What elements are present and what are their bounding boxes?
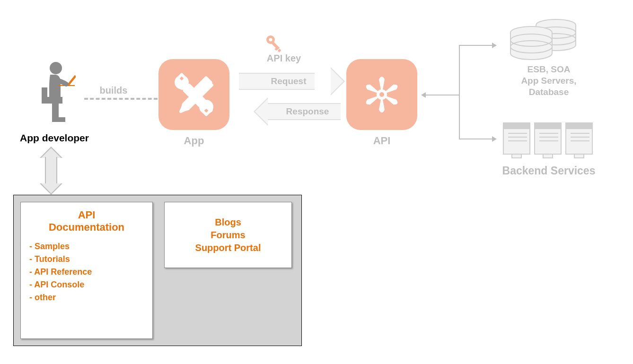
developer-icon [28,61,76,123]
arrowhead-to-servers [492,136,497,142]
list-item: - other [29,291,144,304]
api-icon [346,59,417,130]
request-arrow: Request [239,70,334,93]
backend-connector-top [459,45,492,46]
api-documentation-card: API Documentation - Samples - Tutorials … [20,202,153,339]
key-icon [265,34,284,55]
api-key-label: API key [255,53,312,64]
svg-point-0 [50,62,62,74]
arrowhead-to-db [492,43,497,48]
app-icon [158,59,229,130]
svg-rect-39 [566,123,592,129]
request-label: Request [266,76,307,87]
list-item: - Samples [29,240,144,253]
documentation-panel: API Documentation - Samples - Tutorials … [13,195,302,346]
response-arrow: Response [251,100,345,123]
svg-point-12 [269,38,273,42]
community-line: Support Portal [195,242,261,254]
community-card: Blogs Forums Support Portal [164,202,292,268]
svg-rect-31 [512,154,521,158]
app-label: App [158,135,229,147]
backend-title: Backend Services [483,165,615,177]
svg-rect-43 [574,154,584,158]
svg-rect-8 [202,107,211,115]
svg-rect-33 [535,123,561,129]
list-item: - Tutorials [29,253,144,266]
community-line: Blogs [195,216,261,229]
backend-connector-vert [459,45,460,139]
api-doc-title: API Documentation [29,209,144,234]
api-label: API [346,135,417,147]
svg-rect-4 [52,117,65,122]
svg-rect-2 [42,87,47,104]
dev-docs-connector [43,147,60,194]
backend-connector-bottom [459,139,492,139]
community-line: Forums [195,229,261,242]
arrowhead-to-api [421,92,426,98]
backend-top-label: ESB, SOA App Servers, Database [501,64,596,97]
builds-label: builds [95,85,132,96]
api-doc-list: - Samples - Tutorials - API Reference - … [29,240,144,304]
builds-connector [84,98,158,100]
backend-connector-to-api [426,95,460,95]
svg-rect-37 [543,154,553,158]
database-icon [504,17,584,63]
servers-icon [501,118,596,165]
list-item: - API Reference [29,266,144,278]
developer-label: App developer [14,132,95,144]
response-label: Response [267,106,329,117]
svg-rect-6 [178,75,186,83]
svg-rect-27 [503,123,530,129]
svg-point-19 [379,92,384,97]
list-item: - API Console [29,278,144,291]
